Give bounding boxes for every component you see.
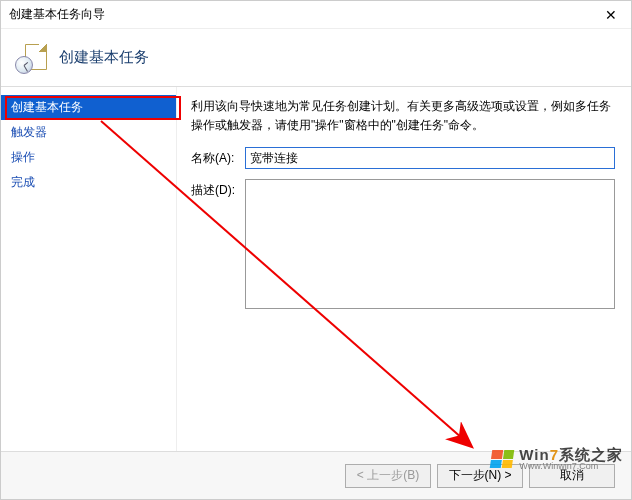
description-input[interactable] [245,179,615,309]
name-label: 名称(A): [191,147,245,167]
description-label: 描述(D): [191,179,245,199]
next-button[interactable]: 下一步(N) > [437,464,523,488]
cancel-button[interactable]: 取消 [529,464,615,488]
wizard-sidebar: 创建基本任务 触发器 操作 完成 [1,87,177,453]
wizard-content: 利用该向导快速地为常见任务创建计划。有关更多高级选项或设置，例如多任务操作或触发… [177,87,631,453]
name-row: 名称(A): [191,147,615,169]
page-heading: 创建基本任务 [59,48,149,67]
close-icon[interactable]: ✕ [599,7,623,23]
description-row: 描述(D): [191,179,615,309]
titlebar: 创建基本任务向导 ✕ [1,1,631,29]
window-title: 创建基本任务向导 [9,6,105,23]
step-create-basic-task[interactable]: 创建基本任务 [1,95,176,120]
wizard-window: 创建基本任务向导 ✕ 创建基本任务 创建基本任务 触发器 操作 完成 利用该向导… [0,0,632,500]
step-action[interactable]: 操作 [1,145,176,170]
task-schedule-icon [15,42,47,74]
hint-text: 利用该向导快速地为常见任务创建计划。有关更多高级选项或设置，例如多任务操作或触发… [191,97,615,135]
step-finish[interactable]: 完成 [1,170,176,195]
wizard-header: 创建基本任务 [1,29,631,87]
name-input[interactable] [245,147,615,169]
back-button: < 上一步(B) [345,464,431,488]
step-trigger[interactable]: 触发器 [1,120,176,145]
wizard-body: 创建基本任务 触发器 操作 完成 利用该向导快速地为常见任务创建计划。有关更多高… [1,87,631,453]
wizard-footer: < 上一步(B) 下一步(N) > 取消 [1,451,631,499]
